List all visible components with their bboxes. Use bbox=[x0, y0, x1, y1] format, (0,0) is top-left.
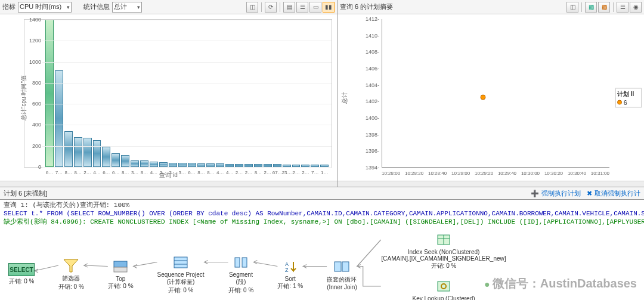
bar-scrollbar[interactable] bbox=[0, 181, 337, 187]
sc-tool-3[interactable]: ▩ bbox=[598, 2, 610, 13]
bar-chart-panel: 指标 CPU 时间(ms) 统计信息 总计 ◫ ⟳ ▤ ☰ ▭ ▮▮ 总计"cp… bbox=[0, 0, 338, 187]
bar-xlabel: 查询 id bbox=[159, 171, 178, 180]
force-plan-link[interactable]: ➕强制执行计划 bbox=[531, 189, 581, 198]
bar-11[interactable] bbox=[150, 162, 158, 167]
scatter-panel: 查询 6 的计划摘要 ◫ ▩ ▩ ☰ ◉ 总计 1394-1396-1398-1… bbox=[338, 0, 644, 187]
execution-plan: SELECT 开销: 0 % 筛选器 开销: 0 % Top 开销: 0 % S… bbox=[0, 227, 644, 300]
svg-rect-9 bbox=[335, 262, 341, 271]
tool-btn-grid[interactable]: ▤ bbox=[283, 2, 295, 13]
tool-btn-chart[interactable]: ▮▮ bbox=[323, 2, 335, 13]
cross-icon: ✖ bbox=[587, 190, 592, 197]
bar-2[interactable] bbox=[64, 131, 73, 167]
tool-btn-list[interactable]: ☰ bbox=[296, 2, 308, 13]
plan-title: 计划 6 [未强制] bbox=[4, 189, 47, 198]
op-index-seek[interactable]: Index Seek (NonClustered) [CAMAIN].[IX_C… bbox=[381, 232, 507, 270]
scatter-point[interactable] bbox=[481, 94, 486, 100]
svg-rect-6 bbox=[242, 258, 247, 267]
stats-label: 统计信息 bbox=[83, 2, 110, 11]
tool-btn-1[interactable]: ◫ bbox=[246, 2, 258, 13]
svg-text:Z: Z bbox=[285, 267, 289, 273]
bar-1[interactable] bbox=[55, 70, 63, 167]
sql-line1: 查询 1: (与该批有关的)查询开销: 100% bbox=[4, 201, 640, 209]
sql-line2: SELECT t.* FROM (SELECT ROW_NUMBER() OVE… bbox=[4, 209, 640, 218]
scatter-toolbar: 查询 6 的计划摘要 ◫ ▩ ▩ ☰ ◉ bbox=[338, 0, 644, 14]
scatter-title: 查询 6 的计划摘要 bbox=[340, 2, 393, 11]
stats-select[interactable]: 总计 bbox=[112, 2, 142, 13]
svg-rect-14 bbox=[438, 282, 450, 291]
bar-7[interactable] bbox=[112, 153, 120, 167]
bar-13[interactable] bbox=[169, 163, 177, 167]
op-sort[interactable]: AZ Sort 开销: 1 % bbox=[277, 259, 303, 290]
sc-tool-2[interactable]: ▩ bbox=[585, 2, 597, 13]
bar-9[interactable] bbox=[131, 160, 139, 167]
unforce-plan-link[interactable]: ✖取消强制执行计 bbox=[587, 189, 640, 198]
sql-text: 查询 1: (与该批有关的)查询开销: 100% SELECT t.* FROM… bbox=[0, 200, 644, 227]
svg-rect-10 bbox=[342, 262, 349, 271]
op-nested-loops[interactable]: 嵌套的循环 (Inner Join) bbox=[327, 259, 357, 290]
bar-12[interactable] bbox=[159, 162, 168, 167]
svg-rect-1 bbox=[114, 267, 127, 272]
svg-rect-0 bbox=[114, 261, 127, 267]
bar-6[interactable] bbox=[102, 147, 110, 167]
bar-0[interactable] bbox=[45, 20, 54, 167]
sc-tool-5[interactable]: ◉ bbox=[630, 2, 642, 13]
tool-btn-plain[interactable]: ▭ bbox=[309, 2, 321, 13]
tool-btn-refresh[interactable]: ⟳ bbox=[265, 2, 277, 13]
sql-line3: 缺少索引(影响 84.6096): CREATE NONCLUSTERED IN… bbox=[4, 218, 640, 226]
bar-5[interactable] bbox=[93, 140, 101, 167]
op-key-lookup[interactable]: Key Lookup (Clustered) [CAMAIN].[PK__CAM… bbox=[381, 279, 507, 300]
bar-chart: 总计"cpu 时间"值 0200400600800100012001400 6…… bbox=[0, 14, 337, 181]
op-filter[interactable]: 筛选器 开销: 0 % bbox=[58, 258, 84, 291]
scatter-scrollbar[interactable] bbox=[338, 181, 644, 187]
bar-14[interactable] bbox=[178, 163, 187, 167]
plus-icon: ➕ bbox=[531, 190, 539, 197]
svg-rect-2 bbox=[174, 257, 187, 268]
bar-4[interactable] bbox=[83, 138, 92, 167]
bar-3[interactable] bbox=[74, 137, 82, 167]
scatter-chart: 总计 1394-1396-1398-1400-1402-1404-1406-14… bbox=[338, 14, 644, 181]
svg-rect-5 bbox=[235, 258, 240, 267]
sc-tool-1[interactable]: ◫ bbox=[566, 2, 578, 13]
bar-10[interactable] bbox=[140, 160, 148, 167]
plan-strip: 计划 6 [未强制] ➕强制执行计划 ✖取消强制执行计 bbox=[0, 187, 644, 200]
op-top[interactable]: Top 开销: 0 % bbox=[108, 259, 134, 290]
scatter-legend: 计划 II 6 bbox=[615, 88, 642, 107]
bar-8[interactable] bbox=[121, 155, 129, 167]
op-select[interactable]: SELECT 开销: 0 % bbox=[8, 263, 35, 286]
sc-tool-4[interactable]: ☰ bbox=[617, 2, 628, 13]
svg-text:A: A bbox=[285, 261, 289, 267]
metric-select[interactable]: CPU 时间(ms) bbox=[18, 2, 72, 13]
bar-chart-toolbar: 指标 CPU 时间(ms) 统计信息 总计 ◫ ⟳ ▤ ☰ ▭ ▮▮ bbox=[0, 0, 337, 14]
op-sequence-project[interactable]: Sequence Project (计算标量) 开销: 0 % bbox=[157, 255, 205, 295]
scatter-ylabel: 总计 bbox=[340, 92, 349, 104]
op-segment[interactable]: Segment (段) 开销: 0 % bbox=[228, 255, 254, 295]
bar-15[interactable] bbox=[188, 163, 196, 167]
metric-label: 指标 bbox=[2, 2, 16, 11]
